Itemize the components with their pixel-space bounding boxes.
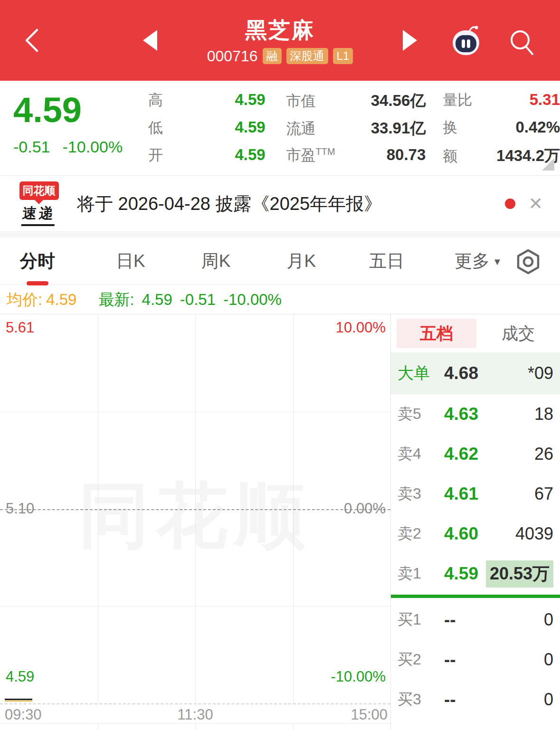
ask-price: 4.59 <box>444 564 478 584</box>
ask-price: 4.61 <box>444 484 478 504</box>
y-axis-max-price: 5.61 <box>6 319 34 336</box>
settings-hex-icon <box>514 248 542 275</box>
chart-plot-area[interactable]: 同花顺 5.61 10.00% 5.10 0.00% 4.59 -10.00% <box>0 314 390 704</box>
tab-monthly-k[interactable]: 月K <box>286 249 316 273</box>
chevron-down-icon: ▼ <box>493 256 502 267</box>
bid-volume: 0 <box>544 650 553 670</box>
avg-price-value: 4.59 <box>46 291 76 309</box>
stat-value: 4.59 <box>235 91 265 109</box>
tab-weekly-k[interactable]: 周K <box>201 249 231 273</box>
tab-five-levels[interactable]: 五档 <box>397 319 476 348</box>
news-headline[interactable]: 将于 2026-04-28 披露《2025年年报》 <box>77 192 505 216</box>
search-icon <box>508 28 537 57</box>
logo-ths: 同花顺 <box>19 181 59 200</box>
ask-row-1[interactable]: 卖1 4.59 20.53万 <box>391 554 560 594</box>
ask-row-3[interactable]: 卖3 4.61 67 <box>391 474 560 514</box>
chart-period-tabbar: 分时 日K 周K 月K 五日 更多▼ <box>0 237 560 285</box>
ai-assistant-button[interactable] <box>449 25 483 57</box>
ask-volume: 4039 <box>515 524 553 544</box>
y-axis-min-price: 4.59 <box>6 668 34 685</box>
ask-volume: 67 <box>534 484 553 504</box>
stat-volume-ratio: 量比 5.31 <box>443 90 560 118</box>
y-axis-mid-percent: 0.00% <box>344 500 386 517</box>
search-button[interactable] <box>508 28 537 57</box>
quote-section[interactable]: 4.59 -0.51 -10.00% 高 4.59 低 4.59 开 4.59 … <box>0 81 560 176</box>
logo-express: 速递 <box>21 204 57 226</box>
gridline <box>195 724 196 730</box>
stat-market-cap: 市值 34.56亿 <box>286 90 426 118</box>
bid-row-3[interactable]: 买3 -- 0 <box>391 680 560 720</box>
price-line <box>5 699 32 700</box>
unread-dot <box>505 199 515 209</box>
gridline <box>98 724 98 730</box>
ask-volume: 18 <box>534 404 553 424</box>
tab-minute[interactable]: 分时 <box>20 249 55 273</box>
stat-value: 33.91亿 <box>371 118 426 139</box>
stats-column-cap: 市值 34.56亿 流通 33.91亿 市盈TTM 80.73 <box>286 81 426 175</box>
stock-code: 000716 <box>207 47 258 65</box>
main-area: 同花顺 5.61 10.00% 5.10 0.00% 4.59 -10.00% … <box>0 314 560 730</box>
active-tab-underline <box>27 281 48 285</box>
time-axis: 09:30 11:30 15:00 <box>0 704 390 723</box>
stat-open: 开 4.59 <box>148 145 266 173</box>
bid-row-1[interactable]: 买1 -- 0 <box>391 600 560 640</box>
price-change-row: -0.51 -10.00% <box>13 138 148 156</box>
ask-row-2[interactable]: 卖2 4.60 4039 <box>391 514 560 554</box>
stat-value: 4.59 <box>235 118 265 136</box>
stat-label: 换 <box>443 118 457 138</box>
big-order-price: 4.68 <box>444 363 478 383</box>
order-book-panel: 五档 成交 大单 4.68 *09 卖5 4.63 18 卖4 4.62 26 … <box>390 314 560 730</box>
bid-row-2[interactable]: 买2 -- 0 <box>391 640 560 680</box>
y-axis-min-percent: -10.00% <box>331 668 386 685</box>
stat-label-sup: TTM <box>316 146 335 157</box>
prev-stock-button[interactable] <box>143 30 157 51</box>
ask-volume-highlighted: 20.53万 <box>486 560 553 588</box>
big-order-label: 大单 <box>398 362 444 384</box>
bid-volume: 0 <box>544 610 553 630</box>
big-order-row[interactable]: 大单 4.68 *09 <box>391 352 560 394</box>
tab-more[interactable]: 更多▼ <box>455 249 502 273</box>
chart-settings-button[interactable] <box>514 248 542 275</box>
stock-name: 黑芝麻 <box>207 16 353 44</box>
ask-price: 4.60 <box>444 524 478 544</box>
stat-pe-ttm: 市盈TTM 80.73 <box>286 145 426 173</box>
avg-price-label: 均价: <box>7 289 42 311</box>
robot-icon <box>449 25 483 57</box>
bid-label: 买1 <box>398 609 444 630</box>
next-stock-button[interactable] <box>403 30 417 51</box>
tab-daily-k[interactable]: 日K <box>116 249 145 273</box>
ths-express-logo: 同花顺 速递 <box>14 181 64 226</box>
intraday-chart[interactable]: 同花顺 5.61 10.00% 5.10 0.00% 4.59 -10.00% … <box>0 314 390 730</box>
app-header: 黑芝麻 000716 融 深股通 L1 <box>0 0 560 81</box>
ask-row-4[interactable]: 卖4 4.62 26 <box>391 434 560 474</box>
bid-price: -- <box>444 650 456 670</box>
big-order-volume: *09 <box>528 363 553 383</box>
stat-label: 高 <box>148 90 163 110</box>
bid-label: 买3 <box>398 689 444 710</box>
expand-quote-handle[interactable] <box>542 158 554 171</box>
news-bar[interactable]: 同花顺 速递 将于 2026-04-28 披露《2025年年报》 ✕ <box>0 176 560 232</box>
stat-label: 市盈TTM <box>286 145 335 165</box>
bid-price: -- <box>444 690 456 710</box>
bid-price: -- <box>444 610 456 630</box>
bid-ask-divider <box>391 595 560 598</box>
y-axis-max-percent: 10.00% <box>336 319 386 336</box>
chart-info-row: 均价: 4.59 最新: 4.59 -0.51 -10.00% <box>0 285 560 314</box>
tab-five-day[interactable]: 五日 <box>369 249 404 273</box>
gridline <box>293 724 294 730</box>
time-tick-close: 15:00 <box>351 706 388 723</box>
stat-value: 0.42% <box>515 118 560 136</box>
change-amount: -0.51 <box>13 138 50 156</box>
avg-price-line <box>5 701 32 702</box>
y-axis-mid-price: 5.10 <box>6 500 34 517</box>
close-news-button[interactable]: ✕ <box>529 195 543 212</box>
volume-pane-partial <box>0 723 390 730</box>
latest-change: -0.51 <box>180 291 216 309</box>
tab-transactions[interactable]: 成交 <box>476 322 560 345</box>
price-block: 4.59 -0.51 -10.00% <box>0 81 148 175</box>
ask-row-5[interactable]: 卖5 4.63 18 <box>391 394 560 434</box>
stat-low: 低 4.59 <box>148 118 266 145</box>
badge-level1: L1 <box>333 48 353 64</box>
stat-value: 5.31 <box>530 91 560 109</box>
change-percent: -10.00% <box>63 138 123 156</box>
